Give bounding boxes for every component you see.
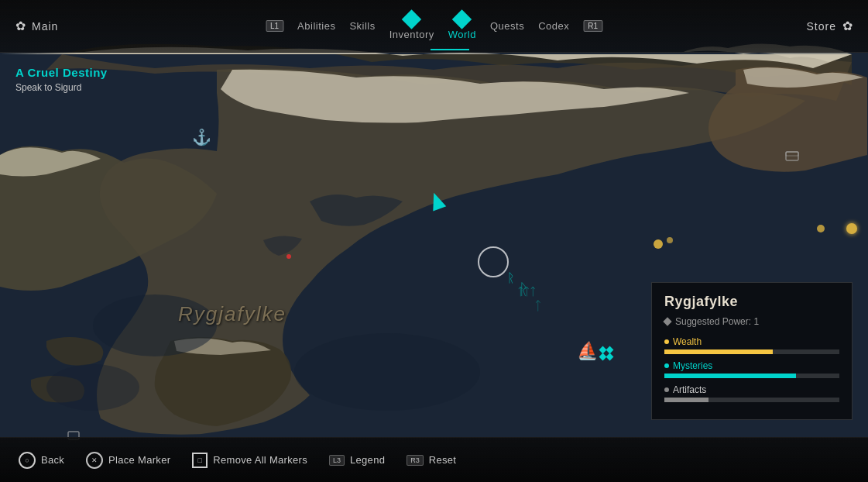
reset-label: Reset xyxy=(429,454,456,466)
region-name: Rygjafylke xyxy=(664,294,839,310)
svg-point-2 xyxy=(46,364,139,411)
top-navigation: ✿ Main L1 Abilities Skills Inventory Wor… xyxy=(0,0,868,53)
nav-skills[interactable]: Skills xyxy=(349,20,375,32)
square-button[interactable]: □ xyxy=(192,453,208,468)
l3-badge[interactable]: L3 xyxy=(329,455,345,466)
store-icon: ✿ xyxy=(842,19,853,33)
artifacts-label: Artifacts xyxy=(664,384,839,395)
mysteries-bar-fill xyxy=(664,374,796,378)
r3-badge[interactable]: R3 xyxy=(407,455,424,466)
nav-center: L1 Abilities Skills Inventory World Ques… xyxy=(266,12,602,40)
svg-text:ᛏ: ᛏ xyxy=(534,299,542,312)
power-text: Suggested Power: 1 xyxy=(675,316,759,327)
main-label[interactable]: Main xyxy=(32,20,58,33)
x-button[interactable]: ✕ xyxy=(86,452,103,469)
legend-label: Legend xyxy=(350,454,385,466)
wealth-label: Wealth xyxy=(664,336,839,347)
artifacts-stat-row: Artifacts xyxy=(664,384,839,402)
reset-action[interactable]: R3 Reset xyxy=(407,454,456,466)
power-diamond-icon xyxy=(663,317,671,325)
player-marker xyxy=(430,192,444,209)
svg-point-3 xyxy=(294,333,480,411)
svg-point-9 xyxy=(846,223,857,234)
nav-quests[interactable]: Quests xyxy=(490,20,524,32)
wealth-label-text: Wealth xyxy=(673,336,702,347)
region-power-row: Suggested Power: 1 xyxy=(664,316,839,327)
svg-point-12 xyxy=(667,237,673,243)
artifacts-label-text: Artifacts xyxy=(673,384,706,395)
place-marker-label: Place Marker xyxy=(108,454,170,466)
r1-badge[interactable]: R1 xyxy=(583,20,602,32)
nav-world[interactable]: World xyxy=(448,29,476,40)
artifacts-bar-bg xyxy=(664,398,839,402)
teal-diamond-marker xyxy=(600,347,612,360)
ship-marker: ⛵ xyxy=(577,341,598,361)
region-info-panel: Rygjafylke Suggested Power: 1 Wealth Mys… xyxy=(651,282,853,420)
mysteries-dot xyxy=(664,363,669,368)
nav-inventory[interactable]: Inventory xyxy=(389,29,434,40)
inventory-diamond-icon xyxy=(402,9,421,29)
mysteries-bar-bg xyxy=(664,374,839,378)
wealth-dot xyxy=(664,339,669,344)
circle-button[interactable]: ○ xyxy=(19,452,36,469)
back-action[interactable]: ○ Back xyxy=(19,452,64,469)
nav-inventory-container[interactable]: Inventory xyxy=(389,12,434,40)
rune-marker-2: ᛏᛏᛏ xyxy=(517,285,536,298)
nav-left: ✿ Main xyxy=(15,19,58,33)
nav-world-container[interactable]: World xyxy=(448,12,476,40)
artifacts-bar-fill xyxy=(664,398,708,402)
remove-markers-action[interactable]: □ Remove All Markers xyxy=(192,453,307,468)
quest-info-panel: A Cruel Destiny Speak to Sigurd xyxy=(15,66,108,93)
back-label: Back xyxy=(41,454,64,466)
red-dot-marker xyxy=(286,254,291,259)
rune-marker-1: ᚱ xyxy=(507,271,515,285)
anchor-marker: ⚓ xyxy=(192,128,211,146)
map-region-label: Rygjafylke xyxy=(178,302,286,326)
nav-abilities[interactable]: Abilities xyxy=(297,20,335,32)
nav-right: Store ✿ xyxy=(807,19,853,33)
store-label[interactable]: Store xyxy=(807,20,836,33)
legend-action[interactable]: L3 Legend xyxy=(329,454,385,466)
nav-codex[interactable]: Codex xyxy=(538,20,569,32)
svg-point-11 xyxy=(654,239,663,249)
place-marker-action[interactable]: ✕ Place Marker xyxy=(86,452,170,469)
mysteries-label-text: Mysteries xyxy=(673,360,712,371)
remove-markers-label: Remove All Markers xyxy=(213,454,307,466)
wealth-bar-fill xyxy=(664,349,773,354)
target-circle-marker xyxy=(478,246,509,277)
l1-badge[interactable]: L1 xyxy=(266,20,283,32)
quest-subtitle: Speak to Sigurd xyxy=(15,82,108,93)
quest-title: A Cruel Destiny xyxy=(15,66,108,79)
artifacts-dot xyxy=(664,387,669,392)
mysteries-stat-row: Mysteries xyxy=(664,360,839,378)
wealth-stat-row: Wealth xyxy=(664,336,839,354)
bottom-action-bar: ○ Back ✕ Place Marker □ Remove All Marke… xyxy=(0,437,868,482)
world-diamond-icon xyxy=(452,9,472,29)
wealth-bar-bg xyxy=(664,349,839,354)
mysteries-label: Mysteries xyxy=(664,360,839,371)
main-icon: ✿ xyxy=(15,19,26,33)
svg-point-10 xyxy=(817,225,825,232)
active-tab-indicator xyxy=(431,49,469,50)
